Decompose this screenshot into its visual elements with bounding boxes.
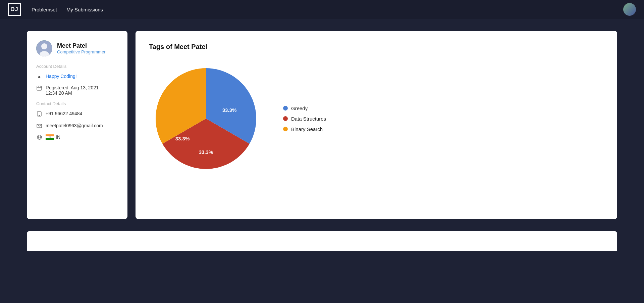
svg-point-17 (50, 137, 50, 137)
calendar-icon (36, 85, 42, 92)
legend-data-structures: Data Structures (283, 116, 326, 122)
legend-binary-search: Binary Search (283, 126, 326, 132)
country-row: IN (36, 134, 118, 141)
svg-text:33.3%: 33.3% (199, 149, 213, 155)
legend-label-binary-search: Binary Search (291, 126, 323, 132)
legend-label-data-structures: Data Structures (291, 116, 326, 122)
bio-row: ● Happy Coding! (36, 74, 118, 80)
person-icon: ● (36, 74, 42, 80)
country-info: IN (46, 134, 60, 140)
legend-dot-binary-search (283, 127, 288, 131)
nav-logo: OJ (8, 3, 21, 16)
legend-dot-data-structures (283, 116, 288, 121)
nav-my-submissions[interactable]: My Submissions (66, 7, 103, 12)
main-content: Meet Patel Competitive Programmer Accoun… (0, 19, 644, 231)
legend-label-greedy: Greedy (291, 105, 308, 111)
legend-greedy: Greedy (283, 105, 326, 111)
svg-point-1 (41, 43, 47, 49)
svg-rect-8 (39, 115, 40, 116)
email-icon (36, 123, 42, 129)
globe-icon (36, 135, 42, 141)
svg-rect-3 (37, 86, 42, 90)
profile-name: Meet Patel (57, 42, 106, 49)
nav-problemset[interactable]: Problemset (32, 7, 57, 12)
profile-info: Meet Patel Competitive Programmer (57, 42, 106, 54)
chart-title: Tags of Meet Patel (149, 43, 604, 51)
navbar: OJ Problemset My Submissions (0, 0, 644, 19)
avatar-image (623, 3, 636, 16)
chart-legend: Greedy Data Structures Binary Search (283, 105, 326, 132)
legend-dot-greedy (283, 106, 288, 111)
profile-header: Meet Patel Competitive Programmer (36, 40, 118, 56)
country-code: IN (56, 134, 60, 140)
nav-avatar[interactable] (623, 3, 636, 16)
pie-chart: 33.3% 33.3% 33.3% (149, 61, 263, 176)
svg-rect-15 (46, 138, 54, 140)
email-row: meetpatel0963@gmail.com (36, 123, 118, 129)
account-details-label: Account Details (36, 64, 118, 69)
svg-text:33.3%: 33.3% (222, 107, 237, 113)
phone-icon (36, 111, 42, 118)
contact-details-label: Contact Details (36, 101, 118, 106)
chart-area: 33.3% 33.3% 33.3% Greedy Data Structures (149, 61, 604, 176)
bottom-strip (27, 231, 617, 251)
profile-card: Meet Patel Competitive Programmer Accoun… (27, 31, 127, 219)
india-flag-icon (46, 134, 54, 140)
profile-avatar (36, 40, 52, 56)
svg-text:33.3%: 33.3% (175, 136, 190, 141)
registered-text: Registered: Aug 13, 2021 12:34:20 AM (46, 85, 118, 96)
email-text: meetpatel0963@gmail.com (46, 123, 103, 128)
svg-rect-14 (46, 134, 54, 136)
bio-text: Happy Coding! (46, 74, 77, 79)
phone-text: +91 96622 49484 (46, 111, 82, 116)
registered-row: Registered: Aug 13, 2021 12:34:20 AM (36, 85, 118, 96)
chart-card: Tags of Meet Patel 33.3% 33.3% (136, 31, 617, 219)
phone-row: +91 96622 49484 (36, 111, 118, 118)
nav-links: Problemset My Submissions (32, 7, 612, 12)
profile-role: Competitive Programmer (57, 49, 106, 54)
